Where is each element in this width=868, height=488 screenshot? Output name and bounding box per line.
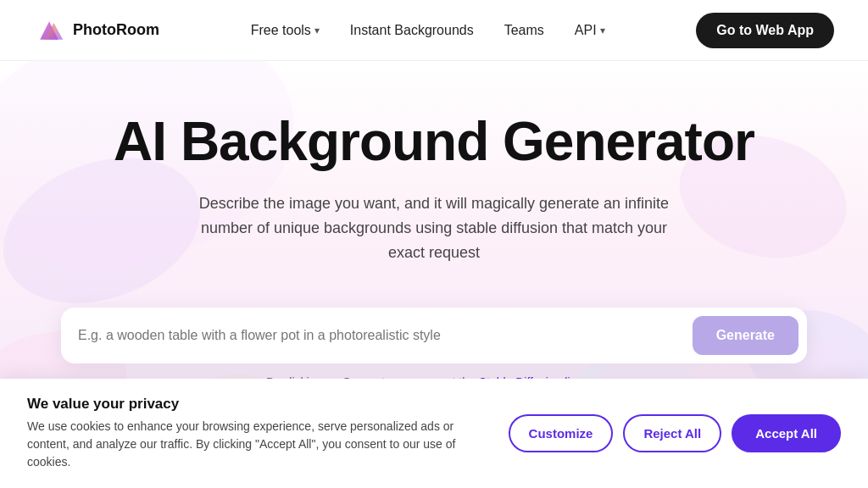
free-tools-link[interactable]: Free tools ▾ xyxy=(251,23,320,38)
hero-title: AI Background Generator xyxy=(114,112,754,171)
customize-button[interactable]: Customize xyxy=(509,414,614,452)
search-bar: Generate xyxy=(61,308,807,363)
hero-subtitle: Describe the image you want, and it will… xyxy=(197,191,671,264)
navbar: PhotoRoom Free tools ▾ Instant Backgroun… xyxy=(0,0,868,61)
teams-link[interactable]: Teams xyxy=(504,23,544,38)
cookie-text-block: We value your privacy We use cookies to … xyxy=(27,396,488,471)
instant-backgrounds-link[interactable]: Instant Backgrounds xyxy=(350,23,474,38)
chevron-down-icon: ▾ xyxy=(314,25,320,36)
generate-button[interactable]: Generate xyxy=(693,316,798,355)
cookie-title: We value your privacy xyxy=(27,396,488,413)
logo-icon xyxy=(34,15,64,46)
cookie-buttons: Customize Reject All Accept All xyxy=(509,414,841,452)
nav-links: Free tools ▾ Instant Backgrounds Teams A… xyxy=(251,23,605,38)
go-to-web-app-button[interactable]: Go to Web App xyxy=(696,13,834,48)
brand-name: PhotoRoom xyxy=(73,21,159,39)
cookie-body: We use cookies to enhance your browsing … xyxy=(27,418,488,471)
search-input[interactable] xyxy=(78,328,693,343)
logo[interactable]: PhotoRoom xyxy=(34,15,159,46)
accept-all-button[interactable]: Accept All xyxy=(732,414,841,452)
reject-all-button[interactable]: Reject All xyxy=(623,414,721,452)
cookie-banner: We value your privacy We use cookies to … xyxy=(0,379,868,488)
chevron-down-icon-api: ▾ xyxy=(600,25,605,36)
api-link[interactable]: API ▾ xyxy=(575,23,605,38)
hero-content: AI Background Generator Describe the ima… xyxy=(97,112,771,299)
